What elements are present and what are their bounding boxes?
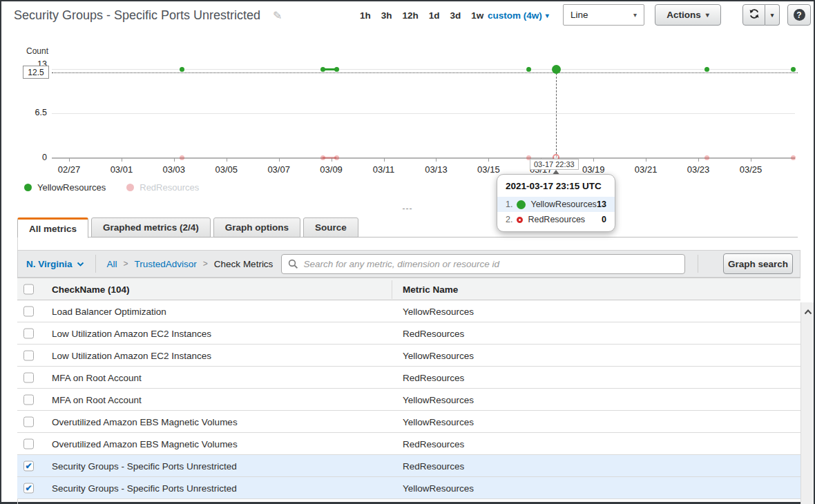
breadcrumb: All>TrustedAdvisor>Check Metrics — [107, 259, 274, 269]
table-row[interactable]: ✔Security Groups - Specific Ports Unrest… — [17, 455, 800, 477]
breadcrumb-link-all[interactable]: All — [107, 259, 117, 269]
table-body: Load Balancer OptimizationYellowResource… — [17, 300, 800, 499]
chevron-down-icon: ▾ — [706, 11, 709, 19]
toolbar-separator — [698, 255, 698, 273]
cell-metric-name: YellowResources — [403, 350, 474, 360]
region-selector[interactable]: N. Virginia — [26, 259, 84, 269]
open-circle-icon — [517, 217, 523, 223]
table-row[interactable]: MFA on Root AccountYellowResources — [17, 389, 800, 411]
tooltip-row: 2.RedResources0 — [497, 212, 615, 227]
x-tick — [279, 158, 280, 162]
time-range-3d[interactable]: 3d — [450, 10, 461, 21]
filled-circle-icon — [517, 200, 526, 209]
custom-range-button[interactable]: custom (4w) ▾ — [488, 0, 549, 31]
tab-all-metrics[interactable]: All metrics — [17, 217, 88, 238]
time-range-12h[interactable]: 12h — [403, 10, 419, 21]
search-input[interactable] — [303, 259, 678, 269]
x-tick-label: 03/21 — [624, 164, 668, 175]
table-row[interactable]: Load Balancer OptimizationYellowResource… — [17, 300, 800, 322]
gridline-6-5 — [52, 113, 795, 114]
toolbar-separator — [95, 255, 96, 273]
table-row[interactable]: ✔Security Groups - Specific Ports Unrest… — [17, 477, 800, 499]
chart-tooltip: 2021-03-17 23:15 UTC 1.YellowResources13… — [497, 174, 615, 232]
vertical-scrollbar[interactable] — [800, 302, 814, 504]
data-point-YellowResources — [334, 67, 339, 72]
data-point-YellowResources — [320, 67, 325, 72]
table-row[interactable]: MFA on Root AccountRedResources — [17, 367, 800, 389]
refresh-options-button[interactable]: ▾ — [765, 4, 780, 26]
tooltip-timestamp: 2021-03-17 23:15 UTC — [497, 175, 615, 197]
custom-range-label: custom (4w) — [488, 10, 542, 21]
x-tick — [227, 158, 227, 162]
x-tick-label: 03/13 — [414, 164, 458, 175]
scroll-up-icon — [804, 309, 812, 315]
tab-source[interactable]: Source — [303, 217, 358, 238]
data-point-RedResources — [180, 155, 184, 160]
data-point-YellowResources — [791, 67, 796, 72]
row-checkbox[interactable] — [23, 350, 34, 360]
x-tick-label: 03/25 — [729, 164, 773, 175]
tooltip-series-label: RedResources — [528, 215, 602, 224]
data-point-RedResources — [320, 155, 325, 160]
x-tick — [384, 158, 385, 162]
x-tick-label: 03/07 — [257, 164, 301, 175]
page-title: Security Groups - Specific Ports Unrestr… — [14, 8, 260, 23]
row-checkbox[interactable] — [23, 306, 34, 316]
x-tick — [174, 158, 175, 162]
table-row[interactable]: Low Utilization Amazon EC2 InstancesRedR… — [17, 322, 800, 345]
time-range-1h[interactable]: 1h — [360, 10, 371, 21]
graph-search-button[interactable]: Graph search — [723, 253, 793, 274]
row-checkbox[interactable] — [23, 416, 34, 427]
cell-check-name: Security Groups - Specific Ports Unrestr… — [52, 483, 237, 493]
chart-type-select[interactable]: Line ▾ — [563, 4, 644, 26]
edit-title-pencil-icon[interactable]: ✎ — [273, 9, 282, 22]
cell-check-name: Overutilized Amazon EBS Magnetic Volumes — [52, 438, 238, 449]
time-range-1w[interactable]: 1w — [471, 10, 483, 21]
x-tick-label: 03/01 — [99, 164, 144, 175]
x-tick-label: 03/11 — [362, 164, 406, 175]
cell-metric-name: RedResources — [403, 461, 464, 471]
chart-type-value: Line — [570, 10, 588, 20]
data-point-YellowResources — [526, 67, 531, 72]
time-range-1d[interactable]: 1d — [429, 10, 440, 21]
refresh-button[interactable] — [742, 4, 765, 26]
metrics-chart[interactable]: Count 13 12.5 6.5 0 02/2703/0103/0303/05… — [0, 39, 815, 209]
tab-bar: All metricsGraphed metrics (2/4)Graph op… — [17, 217, 358, 238]
x-tick — [593, 158, 594, 162]
search-icon — [288, 259, 298, 269]
x-tick — [646, 158, 646, 162]
row-checkbox[interactable] — [23, 328, 34, 338]
legend-item-RedResources[interactable]: RedResources — [126, 182, 199, 193]
legend-item-YellowResources[interactable]: YellowResources — [24, 182, 106, 193]
row-checkbox[interactable]: ✔ — [23, 483, 34, 493]
hover-y-value-box: 12.5 — [23, 66, 49, 79]
row-checkbox[interactable] — [23, 438, 34, 449]
question-icon: ? — [794, 9, 805, 21]
table-header: CheckName (104) Metric Name — [17, 278, 800, 300]
column-header-metric-name: Metric Name — [403, 284, 458, 294]
tab-graph-options[interactable]: Graph options — [213, 217, 300, 238]
table-row[interactable]: Low Utilization Amazon EC2 InstancesYell… — [17, 345, 800, 367]
region-label: N. Virginia — [26, 259, 73, 269]
y-axis-title: Count — [26, 46, 48, 56]
tab-graphed-metrics-2-4-[interactable]: Graphed metrics (2/4) — [91, 217, 211, 238]
legend-marker-icon — [126, 184, 134, 191]
tooltip-series-label: YellowResources — [530, 200, 597, 209]
help-button[interactable]: ? — [787, 4, 811, 26]
x-tick-label: 03/05 — [204, 164, 249, 175]
breadcrumb-link-trustedadvisor[interactable]: TrustedAdvisor — [135, 259, 197, 269]
cell-check-name: MFA on Root Account — [52, 394, 142, 405]
table-row[interactable]: Overutilized Amazon EBS Magnetic Volumes… — [17, 433, 800, 455]
row-checkbox[interactable] — [23, 372, 34, 382]
cell-metric-name: RedResources — [403, 372, 464, 382]
row-checkbox[interactable] — [23, 394, 34, 405]
cell-metric-name: RedResources — [403, 438, 464, 449]
tooltip-rank: 1. — [506, 200, 512, 209]
table-row[interactable]: Overutilized Amazon EBS Magnetic Volumes… — [17, 411, 800, 433]
metric-search-box — [281, 254, 685, 274]
time-range-3h[interactable]: 3h — [381, 10, 392, 21]
actions-button[interactable]: Actions ▾ — [655, 4, 721, 26]
select-all-checkbox[interactable] — [23, 284, 34, 294]
row-checkbox[interactable]: ✔ — [23, 461, 34, 471]
x-tick-label: 03/15 — [466, 164, 510, 175]
